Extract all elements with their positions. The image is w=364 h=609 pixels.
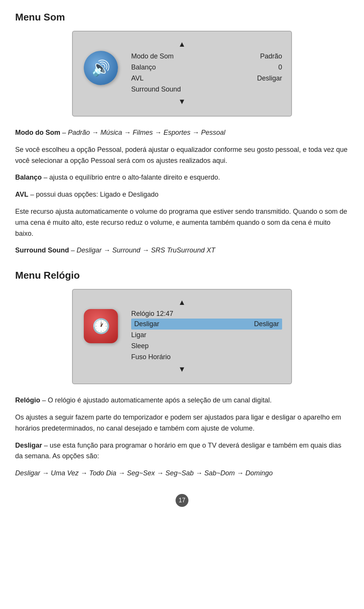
sound-menu-box: ▲ Modo de Som Padrão Balanço 0 AVL Desli… bbox=[72, 31, 292, 117]
text-balanco: Balanço – ajusta o equilíbrio entre o al… bbox=[15, 172, 349, 183]
text-surround-options: – Desligar → Surround → SRS TruSurround … bbox=[71, 246, 215, 254]
menu-value-avl: Desligar bbox=[257, 74, 282, 82]
text-relogio-para1: Os ajustes a seguir fazem parte do tempo… bbox=[15, 412, 349, 434]
text-modo-som-desc: Se você escolheu a opção Pessoal, poderá… bbox=[15, 144, 349, 166]
menu-row-balanco: Balanço 0 bbox=[131, 62, 282, 73]
text-modo-som: Modo do Som – Padrão → Música → Filmes →… bbox=[15, 127, 349, 138]
relogio-icon-area: 🕐 bbox=[82, 309, 120, 343]
clock-row-fuso: Fuso Horário bbox=[131, 352, 282, 363]
clock-menu-items: Relógio 12:47 Desligar Desligar Ligar Sl… bbox=[131, 309, 282, 363]
menu-value-balanco: 0 bbox=[278, 63, 282, 71]
text-desligar-options-italic: Desligar → Uma Vez → Todo Dia → Seg~Sex … bbox=[15, 469, 273, 477]
menu-label-modo-de-som: Modo de Som bbox=[131, 52, 174, 60]
clock-row-ligar: Ligar bbox=[131, 330, 282, 341]
text-desligar: Desligar – use esta função para programa… bbox=[15, 440, 349, 462]
menu-row-modo-de-som: Modo de Som Padrão bbox=[131, 51, 282, 62]
clock-row-sleep: Sleep bbox=[131, 341, 282, 352]
page-title: Menu Som bbox=[15, 11, 349, 23]
text-surround-bold: Surround Sound bbox=[15, 246, 69, 254]
clock-label-fuso: Fuso Horário bbox=[131, 353, 171, 361]
page-number-area: 17 bbox=[15, 494, 349, 507]
text-avl: AVL – possui duas opções: Ligado e Desli… bbox=[15, 189, 349, 200]
clock-menu-box: ▲ 🕐 Relógio 12:47 Desligar Desligar Liga… bbox=[72, 289, 292, 384]
text-balanco-desc: – ajusta o equilíbrio entre o alto-falan… bbox=[44, 174, 220, 181]
clock-value-desligar: Desligar bbox=[254, 320, 279, 328]
som-icon-area bbox=[82, 51, 120, 85]
text-surround: Surround Sound – Desligar → Surround → S… bbox=[15, 245, 349, 256]
arrow-down-sound: ▼ bbox=[178, 97, 186, 106]
page-number: 17 bbox=[176, 494, 188, 507]
menu-value-modo-de-som: Padrão bbox=[260, 52, 282, 60]
text-relogio-bold: Relógio bbox=[15, 396, 40, 404]
arrow-up-sound: ▲ bbox=[178, 40, 186, 49]
text-balanco-bold: Balanço bbox=[15, 174, 42, 181]
menu-row-avl: AVL Desligar bbox=[131, 73, 282, 84]
sound-menu-items: Modo de Som Padrão Balanço 0 AVL Desliga… bbox=[131, 51, 282, 95]
clock-label-desligar: Desligar bbox=[134, 320, 159, 328]
text-modo-som-arrow: – Padrão → Música → Filmes → Esportes → … bbox=[62, 129, 225, 136]
text-desligar-bold: Desligar bbox=[15, 442, 42, 449]
clock-label-sleep: Sleep bbox=[131, 342, 149, 350]
clock-row-desligar: Desligar Desligar bbox=[131, 319, 282, 330]
text-avl-bold: AVL bbox=[15, 191, 28, 198]
text-relogio-desc: – O relógio é ajustado automaticamente a… bbox=[42, 396, 271, 404]
text-desligar-desc: – use esta função para programar o horár… bbox=[15, 442, 341, 460]
text-avl-options: – possui duas opções: Ligado e Desligado bbox=[30, 191, 158, 198]
text-modo-som-bold: Modo do Som bbox=[15, 129, 60, 136]
text-relogio: Relógio – O relógio é ajustado automatic… bbox=[15, 395, 349, 406]
text-desligar-options: Desligar → Uma Vez → Todo Dia → Seg~Sex … bbox=[15, 468, 349, 479]
menu-label-balanco: Balanço bbox=[131, 63, 156, 71]
menu-label-surround-sound: Surround Sound bbox=[131, 85, 181, 93]
clock-menu-title: Relógio 12:47 bbox=[131, 309, 282, 319]
clock-label-ligar: Ligar bbox=[131, 331, 146, 339]
menu-label-avl: AVL bbox=[131, 74, 144, 82]
speaker-icon bbox=[84, 51, 118, 85]
clock-icon: 🕐 bbox=[84, 309, 118, 343]
text-avl-desc: Este recurso ajusta automaticamente o vo… bbox=[15, 206, 349, 239]
menu-row-surround-sound: Surround Sound bbox=[131, 84, 282, 95]
arrow-down-clock: ▼ bbox=[178, 365, 186, 374]
clock-section-title: Menu Relógio bbox=[15, 270, 349, 281]
arrow-up-clock: ▲ bbox=[178, 298, 186, 307]
